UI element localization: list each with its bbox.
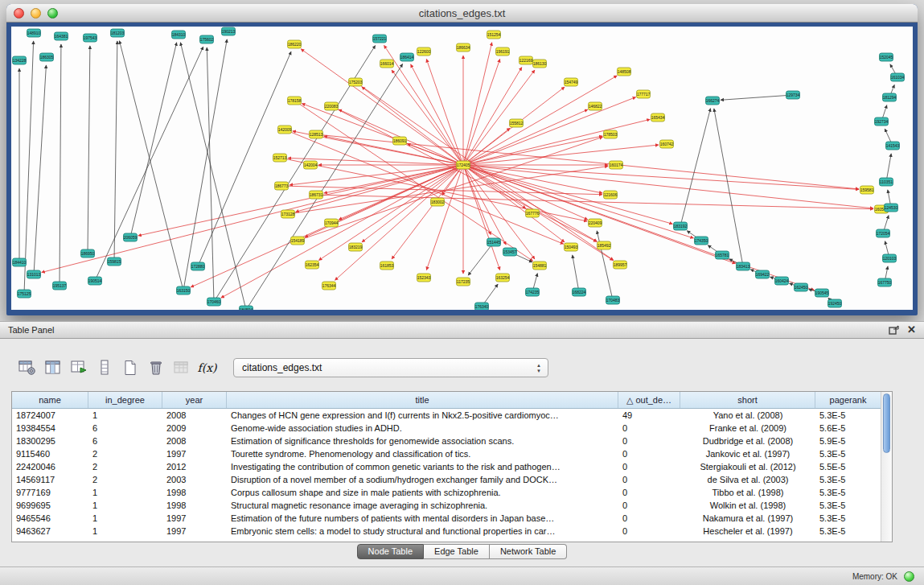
zoom-window-button[interactable] (47, 8, 58, 19)
graph-node[interactable]: 190545 (815, 289, 829, 297)
graph-edge[interactable] (463, 165, 500, 270)
graph-node[interactable]: 186220 (288, 40, 302, 48)
graph-node[interactable]: 150493 (565, 243, 578, 251)
tab-node-table[interactable]: Node Table (357, 544, 424, 559)
graph-edge[interactable] (411, 64, 463, 165)
graph-edge[interactable] (463, 43, 492, 165)
graph-node[interactable]: 190514 (88, 277, 102, 285)
table-row[interactable]: 1938455462009Genome-wide association stu… (12, 422, 892, 435)
graph-node[interactable]: 181294 (883, 93, 897, 101)
graph-node[interactable]: 178503 (604, 130, 618, 138)
graph-node[interactable]: 186773 (275, 182, 289, 190)
graph-node[interactable]: 117235 (457, 278, 470, 286)
graph-node[interactable]: 175602 (200, 35, 214, 43)
column-header-6[interactable]: pagerank (815, 392, 881, 408)
graph-node[interactable]: 161034 (891, 73, 905, 81)
graph-node[interactable]: 146822 (589, 102, 602, 110)
graph-edge[interactable] (130, 43, 177, 237)
graph-node[interactable]: 176340 (475, 303, 489, 310)
graph-node[interactable]: 167750 (878, 278, 892, 286)
edit-columns-button[interactable] (68, 358, 89, 377)
graph-node[interactable]: 186130 (533, 60, 547, 68)
table-row[interactable]: 977716911998Corpus callosum shape and si… (12, 486, 892, 499)
graph-node[interactable]: 183413 (737, 262, 750, 270)
graph-node[interactable]: 160174 (610, 161, 623, 169)
graph-node[interactable]: 183219 (349, 243, 363, 251)
graph-node[interactable]: 120103 (883, 254, 897, 262)
graph-node[interactable]: 176344 (322, 282, 336, 290)
graph-node[interactable]: 195137 (53, 282, 67, 290)
graph-node[interactable]: 161853 (380, 262, 394, 270)
graph-node[interactable]: 181203 (111, 29, 125, 37)
graph-node[interactable]: 142009 (278, 126, 292, 134)
graph-node[interactable]: 152713 (273, 154, 287, 162)
tab-network-table[interactable]: Network Table (490, 544, 568, 559)
graph-node[interactable]: 197543 (84, 34, 97, 42)
graph-edge[interactable] (95, 47, 203, 281)
column-header-5[interactable]: short (680, 392, 815, 408)
graph-node[interactable]: 165781 (716, 251, 729, 259)
graph-edge[interactable] (294, 101, 533, 261)
graph-node[interactable]: 184310 (172, 31, 186, 39)
graph-node[interactable]: 163150 (177, 286, 191, 295)
table-row[interactable]: 969969511998Structural magnetic resonanc… (12, 499, 892, 512)
graph-node[interactable]: 163254 (496, 274, 510, 282)
function-builder-button[interactable]: f(x) (196, 358, 218, 377)
graph-edge[interactable] (392, 165, 463, 259)
graph-node[interactable]: 154749 (565, 78, 578, 86)
graph-node[interactable]: 162450 (795, 283, 808, 291)
column-header-2[interactable]: year (162, 392, 227, 408)
graph-node[interactable]: 164381 (55, 32, 68, 40)
graph-node[interactable]: 178158 (288, 97, 302, 105)
graph-node[interactable]: 160742 (660, 140, 674, 148)
graph-node[interactable]: 186950 (81, 249, 95, 257)
table-row[interactable]: 946362711997Embryonic stem cells: a mode… (12, 525, 892, 538)
graph-node[interactable]: 170460 (207, 298, 221, 306)
table-vertical-scrollbar[interactable] (881, 392, 892, 542)
graph-node[interactable]: 220409 (589, 219, 602, 227)
graph-edge[interactable] (426, 59, 463, 165)
graph-node[interactable]: 154189 (291, 237, 305, 245)
graph-node[interactable]: 184594 (240, 306, 253, 310)
graph-edge[interactable] (463, 59, 500, 165)
column-header-1[interactable]: in_degree (88, 392, 162, 408)
graph-node[interactable]: 165434 (651, 113, 665, 122)
graph-node[interactable]: 172405 (457, 161, 470, 169)
graph-node[interactable]: 131013 (27, 270, 41, 278)
graph-node[interactable]: 152343 (417, 274, 431, 282)
graph-node[interactable]: 184410 (13, 258, 27, 266)
graph-node[interactable]: 189957 (614, 261, 627, 269)
column-header-3[interactable]: title (227, 392, 618, 408)
graph-edge[interactable] (721, 95, 793, 100)
graph-node[interactable]: 174235 (526, 288, 540, 296)
network-view[interactable]: 1724051601741216062204091504931548811632… (11, 27, 913, 310)
graph-node[interactable]: 153457 (503, 248, 517, 256)
graph-node[interactable]: 175203 (349, 78, 363, 86)
new-table-button[interactable] (119, 358, 141, 377)
window-titlebar[interactable]: citations_edges.txt (6, 4, 918, 23)
close-window-button[interactable] (14, 8, 24, 19)
graph-node[interactable]: 186414 (400, 53, 414, 61)
graph-edge[interactable] (362, 87, 463, 165)
graph-node[interactable]: 155812 (510, 119, 524, 127)
graph-node[interactable]: 169422 (756, 270, 770, 278)
graph-node[interactable]: 160424 (775, 277, 789, 285)
column-header-4[interactable]: △ out_de… (618, 392, 680, 408)
table-row[interactable]: 1872400712008Changes of HCN gene express… (12, 409, 892, 422)
graph-edge[interactable] (714, 109, 743, 266)
graph-node[interactable]: 159581 (860, 186, 874, 194)
network-canvas-svg[interactable]: 1724051601741216062204091504931548811632… (11, 27, 913, 310)
graph-node[interactable]: 175125 (18, 290, 31, 298)
graph-node[interactable]: 134228 (13, 56, 27, 64)
memory-status-indicator[interactable] (904, 571, 914, 582)
graph-node[interactable]: 129734 (786, 91, 800, 99)
graph-node[interactable]: 172054 (877, 229, 890, 237)
graph-node[interactable]: 154881 (533, 262, 547, 270)
graph-edge[interactable] (34, 65, 46, 274)
graph-edge[interactable] (42, 165, 463, 273)
graph-node[interactable]: 192734 (875, 117, 889, 126)
graph-node[interactable]: 172880 (191, 262, 205, 270)
graph-node[interactable]: 174350 (695, 237, 708, 245)
import-table-button[interactable] (170, 358, 192, 377)
graph-edge[interactable] (183, 39, 227, 290)
